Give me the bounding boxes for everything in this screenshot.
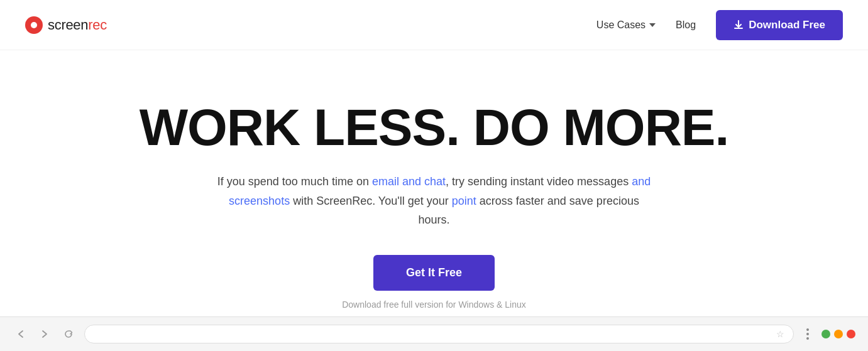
browser-refresh-button[interactable] <box>60 326 77 342</box>
hero-section: WORK LESS. DO MORE. If you spend too muc… <box>0 50 868 335</box>
logo-text: screenrec <box>48 17 107 33</box>
traffic-light-yellow <box>834 330 843 338</box>
nav-blog[interactable]: Blog <box>676 19 696 31</box>
nav-use-cases[interactable]: Use Cases <box>596 19 656 31</box>
browser-menu-button[interactable] <box>801 328 814 340</box>
logo-icon <box>25 16 43 34</box>
hero-title: WORK LESS. DO MORE. <box>140 100 729 154</box>
highlight-email: email and chat <box>372 175 446 188</box>
logo-screen: screen <box>48 17 88 33</box>
browser-bar: ☆ <box>0 316 868 351</box>
traffic-light-green <box>821 330 830 338</box>
traffic-light-red <box>847 330 855 338</box>
download-free-button[interactable]: Download Free <box>716 10 843 40</box>
logo[interactable]: screenrec <box>25 16 107 34</box>
browser-traffic-lights <box>821 330 855 338</box>
logo-rec: rec <box>88 17 107 33</box>
nav-right: Use Cases Blog Download Free <box>596 10 843 40</box>
get-it-free-button[interactable]: Get It Free <box>373 255 495 291</box>
browser-address-bar[interactable]: ☆ <box>84 325 794 343</box>
browser-back-button[interactable] <box>13 326 29 342</box>
browser-forward-button[interactable] <box>36 326 53 342</box>
download-icon <box>733 20 744 30</box>
bookmark-icon[interactable]: ☆ <box>776 329 784 339</box>
highlight-point: point <box>452 195 476 207</box>
hero-note: Download free full version for Windows &… <box>342 300 526 310</box>
page-wrapper: screenrec Use Cases Blog Download Free <box>0 0 868 351</box>
chevron-down-icon <box>649 23 656 27</box>
hero-subtitle: If you spend too much time on email and … <box>214 172 654 230</box>
navbar: screenrec Use Cases Blog Download Free <box>0 0 868 50</box>
